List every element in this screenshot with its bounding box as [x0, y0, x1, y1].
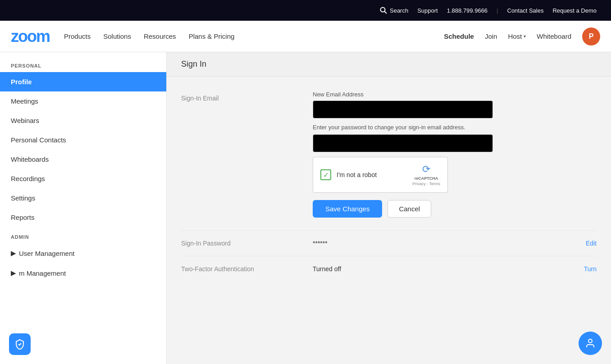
sidebar-admin-label: ADMIN	[0, 227, 166, 243]
logo[interactable]: zoom	[11, 27, 50, 46]
sidebar-item-room-management[interactable]: ▶ m Management	[0, 263, 166, 283]
sidebar-item-settings[interactable]: Settings	[0, 188, 166, 208]
page-layout: PERSONAL Profile Meetings Webinars Perso…	[0, 52, 611, 364]
svg-line-1	[384, 12, 387, 14]
sign-in-password-section: Sign-In Password ****** Edit	[181, 230, 597, 256]
sidebar-personal-label: PERSONAL	[0, 56, 166, 72]
nav-right: Schedule Join Host ▾ Whiteboard P	[444, 27, 600, 46]
nav-links: Products Solutions Resources Plans & Pri…	[64, 32, 444, 40]
two-factor-value: Turned off	[313, 265, 570, 273]
expand-icon-2: ▶	[11, 269, 16, 277]
security-badge-button[interactable]	[9, 333, 31, 355]
recaptcha-icon: ⟳	[422, 164, 430, 175]
sidebar-item-recordings[interactable]: Recordings	[0, 169, 166, 188]
nav-host-dropdown[interactable]: Host ▾	[508, 32, 526, 40]
chevron-down-icon: ▾	[524, 34, 526, 39]
two-factor-action-link[interactable]: Turn	[584, 265, 597, 273]
content-body: Sign-In Email New Email Address Enter yo…	[167, 77, 611, 296]
divider: |	[497, 7, 498, 14]
top-bar: Search Support 1.888.799.9666 | Contact …	[0, 0, 611, 21]
new-email-label: New Email Address	[313, 91, 597, 98]
page-title: Sign In	[181, 59, 597, 69]
phone-number: 1.888.799.9666	[447, 7, 488, 14]
room-management-label: m Management	[19, 269, 66, 277]
nav-host[interactable]: Host	[508, 32, 522, 40]
main-nav: zoom Products Solutions Resources Plans …	[0, 21, 611, 52]
svg-point-0	[380, 8, 385, 12]
captcha-links: Privacy - Terms	[412, 182, 440, 186]
nav-products[interactable]: Products	[64, 32, 91, 40]
main-content: Sign In Sign-In Email New Email Address …	[167, 52, 611, 364]
nav-whiteboard[interactable]: Whiteboard	[537, 32, 571, 40]
captcha-left: ✓ I'm not a robot	[320, 169, 377, 180]
sidebar-item-user-management[interactable]: ▶ User Management	[0, 243, 166, 263]
shield-icon	[14, 339, 25, 350]
search-button[interactable]: Search	[380, 7, 408, 14]
save-changes-button[interactable]: Save Changes	[313, 200, 382, 218]
sign-in-email-label: Sign-In Email	[181, 91, 298, 102]
help-text: Enter your password to change your sign-…	[313, 124, 597, 131]
password-input[interactable]	[313, 134, 493, 152]
nav-join[interactable]: Join	[485, 32, 497, 40]
sidebar-item-personal-contacts[interactable]: Personal Contacts	[0, 130, 166, 150]
sidebar-item-reports[interactable]: Reports	[0, 208, 166, 227]
sidebar-item-webinars[interactable]: Webinars	[0, 111, 166, 130]
sign-in-password-label: Sign-In Password	[181, 240, 298, 247]
form-actions: Save Changes Cancel	[313, 200, 597, 218]
cancel-button[interactable]: Cancel	[388, 200, 431, 218]
sidebar-item-whiteboards[interactable]: Whiteboards	[0, 150, 166, 169]
support-link[interactable]: Support	[417, 7, 438, 14]
request-demo-link[interactable]: Request a Demo	[552, 7, 597, 14]
user-avatar-button[interactable]: P	[582, 27, 600, 46]
nav-schedule[interactable]: Schedule	[444, 32, 474, 40]
svg-point-2	[588, 339, 592, 343]
sign-in-email-field: New Email Address Enter your password to…	[313, 91, 597, 218]
captcha-right: ⟳ reCAPTCHA Privacy - Terms	[412, 164, 440, 186]
nav-plans-pricing[interactable]: Plans & Pricing	[189, 32, 235, 40]
user-management-label: User Management	[19, 250, 74, 257]
expand-icon: ▶	[11, 249, 16, 257]
nav-solutions[interactable]: Solutions	[103, 32, 131, 40]
search-label: Search	[390, 7, 408, 14]
sidebar-item-meetings[interactable]: Meetings	[0, 91, 166, 111]
chat-button[interactable]	[579, 332, 602, 355]
captcha-brand: reCAPTCHA	[415, 176, 438, 181]
contact-sales-link[interactable]: Contact Sales	[507, 7, 544, 14]
password-masked-value: ******	[313, 240, 571, 247]
search-icon	[380, 7, 387, 14]
content-header: Sign In	[167, 52, 611, 77]
chat-icon	[585, 338, 596, 349]
new-email-input[interactable]	[313, 100, 493, 118]
nav-resources[interactable]: Resources	[144, 32, 176, 40]
two-factor-section: Two-Factor Authentication Turned off Tur…	[181, 256, 597, 282]
recaptcha-widget[interactable]: ✓ I'm not a robot ⟳ reCAPTCHA Privacy - …	[313, 157, 448, 193]
captcha-checkmark: ✓	[320, 169, 331, 180]
captcha-label: I'm not a robot	[337, 171, 377, 178]
sidebar: PERSONAL Profile Meetings Webinars Perso…	[0, 52, 167, 364]
sign-in-email-section: Sign-In Email New Email Address Enter yo…	[181, 91, 597, 218]
password-edit-link[interactable]: Edit	[586, 240, 597, 247]
two-factor-label: Two-Factor Authentication	[181, 265, 298, 273]
sidebar-item-profile[interactable]: Profile	[0, 72, 166, 91]
